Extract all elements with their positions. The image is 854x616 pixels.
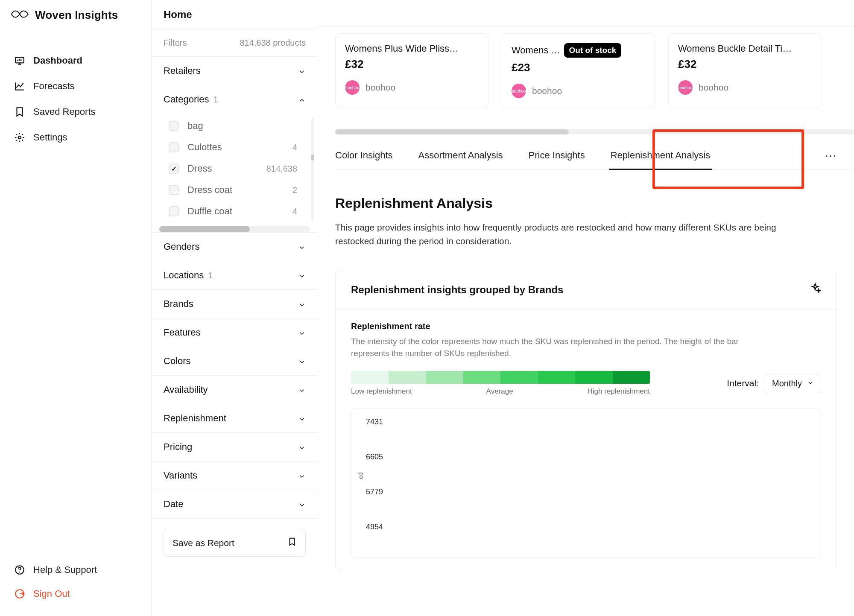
product-card[interactable]: Womens Buckle Detail Ti… £32 boohoo booh… [668, 33, 822, 108]
horizontal-scrollbar[interactable] [159, 226, 310, 232]
left-nav: Woven Insights Dashboard Forecasts Saved… [0, 0, 152, 616]
nav-dashboard-label: Dashboard [33, 55, 82, 66]
y-tick: 4954 [366, 523, 383, 531]
interval-label: Interval: [727, 378, 759, 388]
nav-items: Dashboard Forecasts Saved Reports Settin… [0, 35, 151, 150]
checkbox[interactable] [169, 206, 179, 216]
filters-product-count: 814,638 products [240, 38, 306, 48]
replenishment-panel: Replenishment insights grouped by Brands… [335, 269, 837, 571]
legend-row: Low replenishment Average High replenish… [351, 371, 821, 396]
product-title: Womens Plus Wide Pliss… [345, 43, 459, 54]
svg-point-3 [19, 572, 20, 572]
filter-replenishment-head[interactable]: Replenishment [152, 404, 318, 432]
nav-settings[interactable]: Settings [10, 125, 146, 150]
filter-features-head[interactable]: Features [152, 318, 318, 347]
scrollbar-thumb[interactable] [311, 155, 314, 161]
nav-help-label: Help & Support [33, 564, 97, 575]
nav-signout[interactable]: Sign Out [10, 582, 141, 606]
nav-help[interactable]: Help & Support [10, 558, 141, 582]
help-icon [14, 564, 26, 576]
nav-dashboard[interactable]: Dashboard [10, 48, 146, 73]
interval-select[interactable]: Monthly [765, 374, 821, 393]
legend-low: Low replenishment [351, 387, 412, 396]
filter-availability-head[interactable]: Availability [152, 376, 318, 404]
gear-icon [14, 131, 26, 143]
filters-summary: Filters 814,638 products [152, 29, 318, 57]
categories-list[interactable]: bag Culottes 4 Dress 814,638 Dress coat … [152, 114, 318, 226]
filter-colors-head[interactable]: Colors [152, 347, 318, 375]
chevron-down-icon [298, 472, 306, 479]
svg-point-1 [18, 136, 21, 139]
retailer-logo-icon: boohoo [512, 84, 526, 98]
filter-categories-head[interactable]: Categories 1 [152, 85, 318, 114]
y-tick: 5779 [366, 488, 383, 496]
filter-variants-head[interactable]: Variants [152, 461, 318, 490]
nav-saved-reports[interactable]: Saved Reports [10, 99, 146, 125]
filter-retailers-head[interactable]: Retailers [152, 57, 318, 85]
panel-title: Replenishment insights grouped by Brands [351, 284, 563, 296]
product-price: £32 [345, 58, 479, 71]
product-retailer: boohoo boohoo [678, 80, 812, 95]
category-item-dress-coat[interactable]: Dress coat 2 [152, 179, 318, 201]
legend-avg: Average [486, 387, 513, 396]
checkbox-checked[interactable] [169, 163, 179, 174]
tab-color-insights[interactable]: Color Insights [335, 141, 393, 169]
chevron-down-icon [298, 415, 306, 422]
legend-high: High replenishment [588, 387, 650, 396]
panel-subdesc: The intensity of the color represents ho… [351, 336, 778, 359]
product-title: Womens … [512, 45, 561, 56]
product-card[interactable]: Womens … Out of stock £23 boohoo boohoo [502, 33, 655, 108]
filter-genders-head[interactable]: Genders [152, 233, 318, 261]
interval-control: Interval: Monthly [727, 374, 821, 393]
checkbox[interactable] [169, 121, 179, 131]
filter-date-head[interactable]: Date [152, 490, 318, 518]
chevron-up-icon [298, 96, 306, 103]
highlight-annotation [652, 129, 804, 189]
filter-locations-head[interactable]: Locations 1 [152, 261, 318, 289]
bookmark-icon [14, 106, 26, 118]
chevron-down-icon [298, 243, 306, 251]
section-description: This page provides insights into how fre… [335, 221, 784, 248]
filter-retailers: Retailers [152, 57, 318, 85]
category-item-duffle-coat[interactable]: Duffle coat 4 [152, 201, 318, 222]
filter-sidebar: Home Filters 814,638 products Retailers … [152, 0, 318, 616]
product-cards: Womens Plus Wide Pliss… £32 boohoo booho… [335, 33, 854, 108]
category-item-bag[interactable]: bag [152, 115, 318, 137]
color-scale-gradient [351, 371, 650, 384]
brand-logo-icon [10, 8, 30, 22]
chevron-down-icon [298, 67, 306, 75]
brand: Woven Insights [0, 8, 151, 35]
replenishment-chart: 7431 6605 5779 4954 ed [351, 409, 821, 558]
product-title: Womens Buckle Detail Ti… [678, 43, 792, 54]
product-card[interactable]: Womens Plus Wide Pliss… £32 boohoo booho… [335, 33, 489, 108]
filter-brands-head[interactable]: Brands [152, 290, 318, 318]
nav-forecasts[interactable]: Forecasts [10, 73, 146, 99]
tab-price-insights[interactable]: Price Insights [529, 141, 585, 169]
checkbox[interactable] [169, 142, 179, 152]
category-item-dress[interactable]: Dress 814,638 [152, 158, 318, 179]
nav-forecasts-label: Forecasts [33, 81, 75, 92]
checkbox[interactable] [169, 185, 179, 195]
breadcrumb-home[interactable]: Home [164, 9, 192, 20]
chevron-down-icon [298, 329, 306, 336]
scrollbar-track [311, 118, 314, 222]
product-retailer: boohoo boohoo [345, 80, 479, 95]
chevron-down-icon [298, 500, 306, 508]
interval-value: Monthly [772, 379, 802, 388]
tabs-overflow-button[interactable]: ··· [825, 149, 837, 162]
ai-sparkle-icon[interactable] [809, 282, 821, 297]
product-price: £32 [678, 58, 812, 71]
carousel-scrollbar-thumb[interactable] [335, 129, 569, 134]
signout-icon [14, 588, 26, 600]
filters-label: Filters [164, 38, 187, 48]
chevron-down-icon [298, 272, 306, 279]
category-item-culottes[interactable]: Culottes 4 [152, 137, 318, 158]
out-of-stock-badge: Out of stock [564, 43, 622, 58]
filter-pricing-head[interactable]: Pricing [152, 433, 318, 461]
section-title: Replenishment Analysis [335, 196, 854, 211]
main-content: Womens Plus Wide Pliss… £32 boohoo booho… [318, 0, 854, 571]
retailer-logo-icon: boohoo [345, 80, 360, 95]
tab-assortment-analysis[interactable]: Assortment Analysis [418, 141, 503, 169]
y-tick: 6605 [366, 453, 383, 461]
save-as-report-button[interactable]: Save as Report [164, 529, 306, 557]
